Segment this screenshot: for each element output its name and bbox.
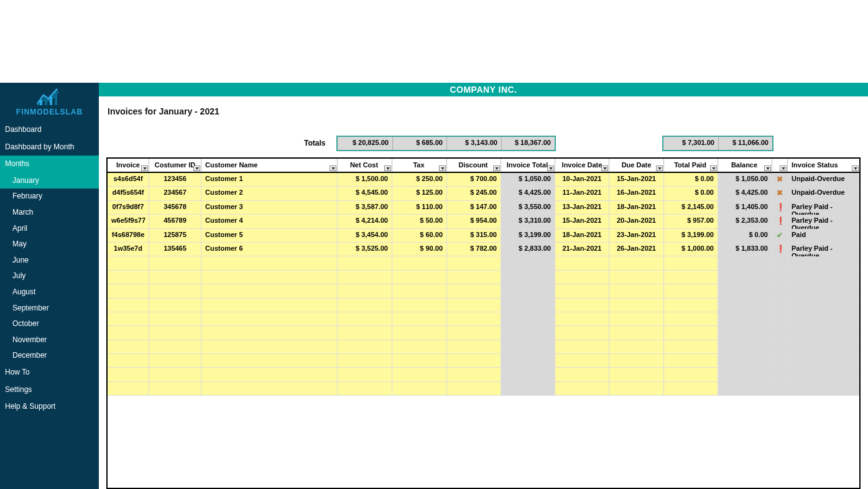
- cell-customer-name[interactable]: [201, 284, 338, 297]
- cell-invoice[interactable]: w6e5f9s77: [108, 215, 149, 228]
- cell-invoice-total[interactable]: $ 4,425.00: [501, 187, 555, 200]
- cell-customer-name[interactable]: [201, 299, 338, 312]
- cell-net-cost[interactable]: $ 3,525.00: [338, 243, 392, 256]
- col-balance[interactable]: Balance: [718, 159, 772, 172]
- cell-customer-name[interactable]: Customer 1: [201, 173, 338, 186]
- table-row[interactable]: [108, 256, 859, 270]
- sidebar-item[interactable]: How To: [0, 364, 99, 381]
- cell-invoice-status[interactable]: Paid: [788, 229, 859, 242]
- cell-total-paid[interactable]: $ 3,199.00: [664, 229, 718, 242]
- table-row[interactable]: [108, 368, 859, 381]
- cell-invoice-status[interactable]: [788, 256, 859, 269]
- cell-invoice-date[interactable]: [555, 256, 609, 269]
- cell-status-icon[interactable]: [772, 354, 788, 367]
- cell-customer-id[interactable]: 234567: [149, 187, 201, 200]
- filter-icon[interactable]: [193, 165, 200, 171]
- cell-balance[interactable]: $ 1,405.00: [718, 201, 772, 214]
- sidebar-sub-item[interactable]: October: [0, 316, 99, 332]
- cell-customer-name[interactable]: Customer 3: [201, 201, 338, 214]
- cell-invoice-total[interactable]: [501, 299, 555, 312]
- cell-net-cost[interactable]: [338, 354, 392, 367]
- cell-tax[interactable]: [392, 271, 447, 284]
- cell-customer-id[interactable]: [149, 271, 201, 284]
- cell-discount[interactable]: [447, 299, 501, 312]
- cell-invoice[interactable]: 1w35e7d: [108, 243, 149, 256]
- sidebar-sub-item[interactable]: August: [0, 284, 99, 300]
- cell-net-cost[interactable]: $ 4,545.00: [338, 187, 392, 200]
- cell-invoice-status[interactable]: [788, 326, 859, 339]
- cell-balance[interactable]: $ 2,353.00: [718, 215, 772, 228]
- cell-invoice[interactable]: [108, 299, 149, 312]
- cell-invoice-total[interactable]: $ 1,050.00: [501, 173, 555, 186]
- cell-invoice-total[interactable]: $ 3,550.00: [501, 201, 555, 214]
- cell-invoice-status[interactable]: Unpaid-Overdue: [788, 173, 859, 186]
- table-row[interactable]: w6e5f9s77456789Customer 4$ 4,214.00$ 50.…: [108, 215, 859, 228]
- cell-invoice[interactable]: [108, 368, 149, 381]
- cell-discount[interactable]: [447, 256, 501, 269]
- cell-total-paid[interactable]: [664, 354, 718, 367]
- cell-total-paid[interactable]: $ 2,145.00: [664, 201, 718, 214]
- cell-invoice-date[interactable]: [555, 340, 609, 353]
- cell-net-cost[interactable]: $ 4,214.00: [338, 215, 392, 228]
- cell-discount[interactable]: $ 782.00: [447, 243, 501, 256]
- cell-invoice-status[interactable]: Parley Paid - Overdue: [788, 201, 859, 214]
- col-discount[interactable]: Discount: [447, 159, 501, 172]
- cell-status-icon[interactable]: [772, 340, 788, 353]
- sidebar-item[interactable]: Help & Support: [0, 398, 99, 416]
- cell-tax[interactable]: $ 60.00: [392, 229, 447, 242]
- cell-due-date[interactable]: [609, 382, 664, 395]
- cell-invoice[interactable]: [108, 326, 149, 339]
- sidebar-sub-item[interactable]: June: [0, 253, 99, 269]
- sidebar-sub-item[interactable]: September: [0, 300, 99, 317]
- cell-net-cost[interactable]: [338, 340, 392, 353]
- cell-invoice[interactable]: [108, 312, 149, 325]
- cell-discount[interactable]: [447, 312, 501, 325]
- cell-invoice-total[interactable]: [501, 368, 555, 381]
- sidebar-sub-item[interactable]: December: [0, 348, 99, 364]
- cell-invoice-date[interactable]: [555, 312, 609, 325]
- cell-due-date[interactable]: [609, 256, 664, 269]
- cell-balance[interactable]: [718, 368, 772, 381]
- cell-invoice-total[interactable]: [501, 256, 555, 269]
- cell-customer-id[interactable]: [149, 382, 201, 395]
- col-invoice-date[interactable]: Invoice Date: [555, 159, 609, 172]
- cell-total-paid[interactable]: [664, 271, 718, 284]
- cell-invoice-date[interactable]: [555, 326, 609, 339]
- cell-status-icon[interactable]: [772, 299, 788, 312]
- cell-status-icon[interactable]: ❗: [772, 201, 788, 214]
- table-row[interactable]: [108, 284, 859, 298]
- filter-icon[interactable]: [547, 165, 554, 171]
- cell-balance[interactable]: [718, 326, 772, 339]
- cell-customer-id[interactable]: [149, 284, 201, 297]
- cell-customer-name[interactable]: Customer 4: [201, 215, 338, 228]
- cell-customer-id[interactable]: [149, 354, 201, 367]
- cell-balance[interactable]: $ 1,833.00: [718, 243, 772, 256]
- cell-invoice-status[interactable]: [788, 354, 859, 367]
- cell-balance[interactable]: [718, 382, 772, 395]
- cell-invoice-total[interactable]: [501, 284, 555, 297]
- cell-status-icon[interactable]: [772, 284, 788, 297]
- cell-invoice-date[interactable]: [555, 284, 609, 297]
- cell-tax[interactable]: $ 125.00: [392, 187, 447, 200]
- filter-icon[interactable]: [493, 165, 500, 171]
- col-status-icon[interactable]: [772, 159, 788, 172]
- cell-total-paid[interactable]: [664, 312, 718, 325]
- cell-invoice-date[interactable]: 11-Jan-2021: [555, 187, 609, 200]
- cell-invoice[interactable]: [108, 340, 149, 353]
- cell-net-cost[interactable]: $ 3,454.00: [338, 229, 392, 242]
- cell-customer-name[interactable]: [201, 271, 338, 284]
- cell-net-cost[interactable]: [338, 284, 392, 297]
- sidebar-sub-item[interactable]: February: [0, 189, 99, 205]
- cell-invoice[interactable]: f4s68798e: [108, 229, 149, 242]
- cell-balance[interactable]: [718, 340, 772, 353]
- cell-customer-id[interactable]: [149, 312, 201, 325]
- cell-status-icon[interactable]: [772, 271, 788, 284]
- cell-tax[interactable]: [392, 368, 447, 381]
- cell-due-date[interactable]: 18-Jan-2021: [609, 201, 664, 214]
- filter-icon[interactable]: [780, 165, 787, 171]
- cell-due-date[interactable]: [609, 326, 664, 339]
- cell-invoice-status[interactable]: [788, 368, 859, 381]
- cell-customer-id[interactable]: 345678: [149, 201, 201, 214]
- cell-total-paid[interactable]: $ 957.00: [664, 215, 718, 228]
- cell-customer-id[interactable]: [149, 326, 201, 339]
